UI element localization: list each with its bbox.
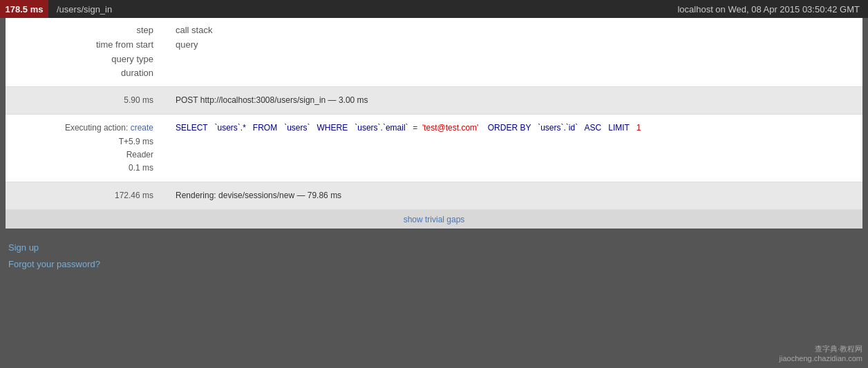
left-header: step time from start query type duration (6, 23, 164, 81)
show-trivial-link[interactable]: show trivial gaps (404, 215, 465, 224)
row-render: 172.46 ms Rendering: devise/sessions/new… (6, 182, 862, 210)
row-post: 5.90 ms POST http://localhost:3008/users… (6, 87, 862, 115)
top-bar: 178.5 ms /users/sign_in localhost on Wed… (0, 0, 868, 18)
sql-cols: `users`.* (214, 123, 245, 133)
trivial-row: show trivial gaps (6, 210, 862, 229)
header-time-from-start: time from start (6, 38, 153, 52)
route-path: /users/sign_in (48, 4, 120, 14)
timestamp: localhost on Wed, 08 Apr 2015 03:50:42 G… (677, 4, 868, 14)
sql-select: SELECT (176, 123, 207, 133)
header-call-stack: call stack (176, 23, 862, 38)
row-post-right: POST http://localhost:3008/users/sign_in… (164, 87, 862, 114)
row-render-left: 172.46 ms (6, 182, 164, 209)
bottom-area: Sign up Forgot your password? (0, 229, 868, 283)
row-post-value: POST http://localhost:3008/users/sign_in… (176, 95, 368, 105)
row-render-value: Rendering: devise/sessions/new — 79.86 m… (176, 191, 341, 200)
row-post-left: 5.90 ms (6, 87, 164, 114)
forgot-password-link[interactable]: Forgot your password? (8, 256, 860, 272)
row-sql-action: Executing action: create (6, 122, 153, 135)
header-query: query (176, 38, 862, 52)
right-header: call stack query (164, 23, 862, 81)
header-step: step (6, 23, 153, 38)
watermark: 查字典·教程网jiaocheng.chazidian.com (780, 344, 862, 362)
sql-limit: LIMIT (608, 123, 629, 133)
row-sql: Executing action: create T+5.9 ms Reader… (6, 115, 862, 182)
sql-col-id: `users`.`id` (538, 123, 578, 133)
sql-col-email: `users`.`email` (355, 123, 408, 133)
header-row: step time from start query type duration… (6, 18, 862, 87)
sql-limit-val: 1 (636, 123, 641, 133)
row-render-timing: 172.46 ms (115, 191, 153, 200)
row-sql-left: Executing action: create T+5.9 ms Reader… (6, 115, 164, 182)
timing-badge: 178.5 ms (0, 0, 48, 18)
sql-from: FROM (253, 123, 277, 133)
row-sql-timing: T+5.9 ms (6, 135, 153, 148)
sql-email-val: 'test@test.com' (422, 123, 478, 133)
sql-asc: ASC (585, 123, 602, 133)
row-render-right: Rendering: devise/sessions/new — 79.86 m… (164, 182, 862, 209)
action-link[interactable]: create (131, 123, 153, 133)
row-sql-type: Reader (6, 148, 153, 162)
sql-table: `users` (284, 123, 310, 133)
sql-orderby: ORDER BY (488, 123, 531, 133)
header-query-type: query type (6, 52, 153, 67)
sql-where: WHERE (317, 123, 348, 133)
row-post-timing: 5.90 ms (124, 95, 153, 105)
header-duration: duration (6, 66, 153, 81)
row-sql-right: SELECT `users`.* FROM `users` WHERE `use… (164, 115, 862, 142)
sign-up-link[interactable]: Sign up (8, 240, 860, 255)
main-panel: step time from start query type duration… (6, 18, 862, 229)
row-sql-duration: 0.1 ms (6, 162, 153, 175)
